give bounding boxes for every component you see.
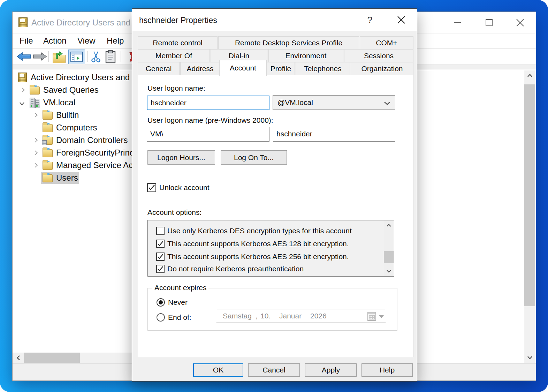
account-expires-label: Account expires	[152, 284, 208, 292]
maximize-button[interactable]	[479, 12, 499, 33]
scroll-up-button[interactable]	[524, 70, 535, 81]
user-logon-name-label: User logon name:	[147, 84, 205, 92]
clipboard-icon	[105, 50, 116, 63]
pre2000-logon-name-label: User logon name (pre-Windows 2000):	[147, 116, 273, 125]
scroll-left-button[interactable]	[13, 353, 24, 363]
check-icon	[157, 266, 164, 272]
screen: Active Directory Users and Computers Fil…	[0, 0, 548, 392]
check-icon	[157, 241, 164, 247]
chevron-right-icon[interactable]	[33, 137, 39, 143]
dialog-help-button[interactable]: ?	[363, 9, 376, 31]
chevron-up-icon	[386, 224, 391, 227]
options-scroll-thumb[interactable]	[384, 251, 394, 263]
v-scroll-thumb[interactable]	[524, 84, 535, 306]
tab-account[interactable]: Account	[219, 60, 267, 76]
tab-telephones[interactable]: Telephones	[296, 62, 350, 75]
chevron-right-icon[interactable]	[33, 150, 39, 156]
option-checkbox-checked[interactable]	[156, 252, 165, 261]
tab-organization[interactable]: Organization	[351, 62, 413, 75]
scroll-up-button[interactable]	[384, 220, 394, 230]
back-button[interactable]	[16, 52, 32, 63]
chevron-right-icon[interactable]	[20, 87, 26, 93]
properties-dialog: hschneider Properties ? Remote control R…	[132, 8, 417, 382]
account-options-list[interactable]: Use only Kerberos DES encryption types f…	[147, 220, 394, 277]
list-option-row[interactable]: Use only Kerberos DES encryption types f…	[156, 227, 383, 235]
tab-com-plus[interactable]: COM+	[360, 36, 413, 50]
scissors-icon	[90, 51, 102, 63]
dialog-title: hschneider Properties	[139, 9, 217, 31]
menu-file[interactable]: File	[20, 33, 33, 48]
domain-icon	[30, 98, 40, 108]
option-checkbox-checked[interactable]	[156, 240, 165, 248]
unlock-account-checkbox[interactable]	[147, 183, 156, 192]
tab-sessions[interactable]: Sessions	[344, 49, 413, 62]
ok-button[interactable]: OK	[193, 363, 243, 377]
chevron-up-icon	[527, 74, 533, 77]
chevron-right-icon[interactable]	[33, 112, 39, 118]
dialog-close-button[interactable]	[395, 9, 408, 31]
option-checkbox-unchecked[interactable]	[156, 227, 165, 235]
paste-button[interactable]	[105, 50, 116, 65]
apply-button[interactable]: Apply	[305, 363, 357, 377]
never-label: Never	[168, 298, 188, 307]
tab-remote-desktop-services-profile[interactable]: Remote Desktop Services Profile	[218, 36, 359, 50]
minimize-button[interactable]	[447, 12, 467, 33]
list-option-row[interactable]: This account supports Kerberos AES 256 b…	[156, 252, 383, 261]
chevron-down-icon[interactable]	[19, 101, 25, 106]
close-icon	[397, 16, 405, 24]
end-of-radio[interactable]	[157, 313, 165, 322]
chevron-down-icon	[527, 356, 533, 360]
folder-icon	[43, 174, 53, 182]
options-scrollbar[interactable]	[384, 220, 394, 276]
list-option-row[interactable]: Do not require Kerberos preauthenticatio…	[156, 265, 383, 273]
close-icon	[516, 12, 524, 33]
toolbar-separator	[121, 51, 121, 62]
folder-icon	[43, 112, 53, 120]
tab-environment[interactable]: Environment	[268, 49, 343, 62]
tab-general[interactable]: General	[138, 62, 180, 75]
aduc-app-icon	[18, 17, 28, 27]
close-button[interactable]	[510, 12, 530, 33]
never-radio[interactable]	[157, 298, 165, 307]
account-options-label: Account options:	[147, 208, 201, 217]
forward-arrow-icon	[32, 52, 47, 61]
date-day: Samstag	[223, 309, 252, 323]
folder-icon	[30, 86, 40, 95]
chevron-down-icon	[384, 101, 390, 105]
console-tree-toggle-button[interactable]	[68, 50, 85, 64]
option-checkbox-checked[interactable]	[156, 265, 165, 273]
chevron-left-icon	[16, 355, 20, 361]
tab-address[interactable]: Address	[180, 62, 220, 75]
date-number: 10.	[260, 309, 271, 323]
help-question-icon: ?	[367, 15, 372, 25]
list-vertical-scrollbar[interactable]	[524, 70, 535, 363]
list-option-row[interactable]: This account supports Kerberos AES 128 b…	[156, 240, 383, 248]
log-on-to-button[interactable]: Log On To...	[221, 150, 287, 165]
h-scroll-thumb[interactable]	[24, 353, 80, 363]
minimize-icon	[454, 12, 461, 33]
scroll-down-button[interactable]	[524, 352, 535, 363]
menu-action[interactable]: Action	[43, 33, 67, 48]
help-button[interactable]: Help	[361, 363, 413, 377]
chevron-right-icon[interactable]	[33, 163, 39, 168]
logon-hours-button[interactable]: Logon Hours...	[147, 150, 215, 165]
cut-button[interactable]	[90, 51, 102, 64]
unlock-account-label: Unlock account	[159, 183, 210, 192]
menu-help[interactable]: Help	[107, 33, 124, 48]
user-logon-name-input[interactable]: hschneider	[147, 96, 269, 110]
scroll-down-button[interactable]	[384, 266, 394, 276]
menu-view[interactable]: View	[77, 33, 96, 48]
up-one-level-button[interactable]	[52, 51, 67, 63]
expiry-date-picker[interactable]: Samstag , 10. Januar 2026	[216, 309, 386, 323]
green-up-arrow-icon	[55, 51, 63, 59]
cancel-button[interactable]: Cancel	[248, 363, 300, 377]
tab-remote-control[interactable]: Remote control	[138, 36, 218, 50]
pre2000-domain-input[interactable]: VM\	[147, 127, 269, 142]
forward-button[interactable]	[32, 52, 47, 63]
tab-member-of[interactable]: Member Of	[138, 49, 210, 62]
date-dropdown-icon	[379, 315, 384, 318]
pre2000-logon-name-input[interactable]: hschneider	[273, 127, 395, 142]
domain-controllers-folder-icon	[43, 137, 53, 145]
tab-profile[interactable]: Profile	[267, 62, 295, 75]
domain-suffix-dropdown[interactable]: @VM.local	[273, 95, 395, 110]
